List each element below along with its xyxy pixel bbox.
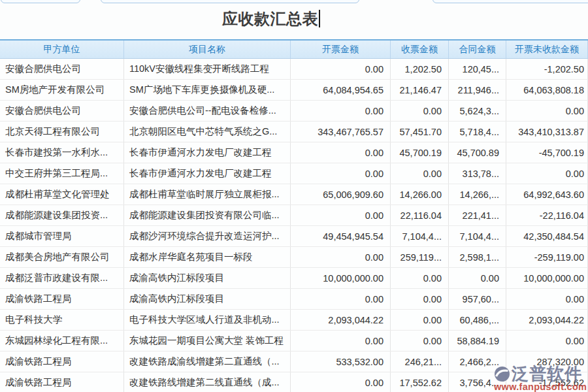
cell-project-name: 成渝高铁内江标段项目 bbox=[124, 289, 291, 309]
column-header-party-a[interactable]: 甲方单位 bbox=[0, 41, 124, 58]
cell-project-name: 北京朝阳区电气中芯特气系统之G... bbox=[124, 122, 291, 142]
cell-project-name: 长春市伊通河水力发电厂改建工程 bbox=[124, 142, 291, 163]
table-row[interactable]: 成渝铁路工程局改建铁路成渝线增建第二直通线（...533,532.00246,2… bbox=[0, 351, 588, 372]
cell-contract-amount: 3,756,4... bbox=[449, 372, 506, 392]
cell-contract-amount: 5,624,3... bbox=[449, 101, 506, 121]
cell-contract-amount: 313,78... bbox=[449, 163, 506, 184]
cell-party-a: 东城园林绿化工程有限... bbox=[0, 331, 124, 351]
cell-project-name: 110kV安徽线程集变开断线路工程 bbox=[124, 59, 291, 79]
title-band: 应收款汇总表 bbox=[0, 0, 542, 38]
cell-contract-amount: 7,104,4... bbox=[449, 226, 506, 246]
cell-receipt-amount: 0.00 bbox=[391, 268, 449, 288]
cell-invoiced-amount: 0.00 bbox=[291, 247, 391, 267]
cell-party-a: 中交王府井第三工程局... bbox=[0, 163, 124, 184]
cell-party-a: 安徽合肥供电公司 bbox=[0, 101, 124, 121]
cell-invoiced-amount: 533,532.00 bbox=[291, 351, 391, 372]
cell-project-name: 电子科技大学区域人行道及非机动... bbox=[124, 310, 291, 330]
cell-invoiced-amount: 0.00 bbox=[291, 163, 391, 184]
table-row[interactable]: 成渝铁路工程局成渝高铁内江标段项目0.000.00957,60...0.00 bbox=[0, 289, 588, 310]
cell-invoiced-unpaid-amount: -17,552.62 bbox=[506, 372, 588, 392]
cell-project-name: 安徽合肥供电公司--配电设备检修... bbox=[124, 101, 291, 121]
cell-party-a: 成都美合房地产有限公司 bbox=[0, 247, 124, 267]
table-row[interactable]: 成都杜甫草堂文化管理处成都杜甫草堂临时展厅独立展柜报...65,006,909.… bbox=[0, 184, 588, 205]
cell-project-name: 成都杜甫草堂临时展厅独立展柜报... bbox=[124, 184, 291, 204]
cell-invoiced-unpaid-amount: -259,119.00 bbox=[506, 247, 588, 267]
cell-contract-amount: 2,598,1... bbox=[449, 247, 506, 267]
table-row[interactable]: 安徽合肥供电公司110kV安徽线程集变开断线路工程0.001,202.50120… bbox=[0, 59, 588, 80]
cell-contract-amount: 58,884.19 bbox=[449, 331, 506, 351]
cell-party-a: 电子科技大学 bbox=[0, 310, 124, 330]
cell-receipt-amount: 0.00 bbox=[391, 289, 449, 309]
table-row[interactable]: 中交王府井第三工程局...长春市伊通河水力发电厂改建工程0.000.00313,… bbox=[0, 163, 588, 184]
table-row[interactable]: 成都泛普市政建设有限...成渝高铁内江标段项目10,000,000.000.00… bbox=[0, 268, 588, 289]
cell-project-name: 成都能源建设集团投资有限公司临... bbox=[124, 205, 291, 225]
column-header-invoiced-amount[interactable]: 开票金额 bbox=[291, 41, 391, 58]
cell-receipt-amount: 14,266.00 bbox=[391, 184, 449, 204]
cell-receipt-amount: 0.00 bbox=[391, 310, 449, 330]
cell-party-a: 成渝铁路工程局 bbox=[0, 289, 124, 309]
cell-project-name: 改建铁路成渝线增建第二直通线（... bbox=[124, 351, 291, 372]
cell-invoiced-amount: 0.00 bbox=[291, 59, 391, 79]
receivables-summary-table: 甲方单位项目名称开票金额收票金额合同金额开票未收款金额 安徽合肥供电公司110k… bbox=[0, 39, 588, 392]
cell-invoiced-amount: 343,467,765.57 bbox=[291, 122, 391, 142]
cell-party-a: 安徽合肥供电公司 bbox=[0, 59, 124, 79]
cell-receipt-amount: 259,119... bbox=[391, 247, 449, 267]
cell-invoiced-amount: 0.00 bbox=[291, 205, 391, 225]
cell-receipt-amount: 7,104,4... bbox=[391, 226, 449, 246]
cell-contract-amount: 60,486,... bbox=[449, 310, 506, 330]
cell-receipt-amount: 0.00 bbox=[391, 163, 449, 184]
cell-party-a: 成都城市管理局 bbox=[0, 226, 124, 246]
cell-invoiced-amount: 0.00 bbox=[291, 372, 391, 392]
cell-invoiced-unpaid-amount: -45,700.19 bbox=[506, 142, 588, 163]
cell-invoiced-unpaid-amount: 64,992,643.60 bbox=[506, 184, 588, 204]
table-row[interactable]: SM房地产开发有限公司SM广场地下车库更换摄像机及硬...64,084,954.… bbox=[0, 80, 588, 101]
column-header-project-name[interactable]: 项目名称 bbox=[124, 41, 291, 58]
cell-party-a: 成渝铁路工程局 bbox=[0, 372, 124, 392]
cell-invoiced-unpaid-amount: 64,063,808.18 bbox=[506, 80, 588, 100]
cell-invoiced-amount: 49,454,945.54 bbox=[291, 226, 391, 246]
cell-invoiced-amount: 10,000,000.00 bbox=[291, 268, 391, 288]
cell-party-a: 成都泛普市政建设有限... bbox=[0, 268, 124, 288]
cell-project-name: 成渝高铁内江标段项目 bbox=[124, 268, 291, 288]
table-row[interactable]: 成都城市管理局成都沙河环境综合提升改造运河护...49,454,945.547,… bbox=[0, 226, 588, 247]
cell-invoiced-unpaid-amount: -1,202.50 bbox=[506, 59, 588, 79]
cell-invoiced-amount: 0.00 bbox=[291, 142, 391, 163]
cell-project-name: 长春市伊通河水力发电厂改建工程 bbox=[124, 163, 291, 184]
table-row[interactable]: 安徽合肥供电公司安徽合肥供电公司--配电设备检修...0.000.005,624… bbox=[0, 101, 588, 122]
cell-receipt-amount: 22,116.04 bbox=[391, 205, 449, 225]
cell-contract-amount: 221,41... bbox=[449, 205, 506, 225]
table-header-row: 甲方单位项目名称开票金额收票金额合同金额开票未收款金额 bbox=[0, 41, 588, 59]
cell-receipt-amount: 1,202.50 bbox=[391, 59, 449, 79]
column-header-contract-amount[interactable]: 合同金额 bbox=[449, 41, 506, 58]
cell-contract-amount: 2,466,2... bbox=[449, 351, 506, 372]
table-row[interactable]: 长春市建投第一水利水...长春市伊通河水力发电厂改建工程0.0045,700.1… bbox=[0, 142, 588, 163]
report-title-input[interactable]: 应收款汇总表 bbox=[222, 10, 318, 27]
cell-invoiced-amount: 2,093,044.22 bbox=[291, 310, 391, 330]
column-header-invoiced-unpaid-amount[interactable]: 开票未收款金额 bbox=[506, 41, 588, 58]
table-row[interactable]: 北京天得工程有限公司北京朝阳区电气中芯特气系统之G...343,467,765.… bbox=[0, 122, 588, 142]
cell-receipt-amount: 0.00 bbox=[391, 331, 449, 351]
cell-party-a: 成都能源建设集团投资... bbox=[0, 205, 124, 225]
cell-party-a: 成都杜甫草堂文化管理处 bbox=[0, 184, 124, 204]
cell-party-a: 长春市建投第一水利水... bbox=[0, 142, 124, 163]
table-row[interactable]: 成渝铁路工程局改建铁路线增建第二线直通线（成...0.0017,552.623,… bbox=[0, 372, 588, 392]
cell-contract-amount: 120,45... bbox=[449, 59, 506, 79]
cell-invoiced-amount: 0.00 bbox=[291, 289, 391, 309]
cell-project-name: 成都水岸华庭名苑项目一标段 bbox=[124, 247, 291, 267]
table-body: 安徽合肥供电公司110kV安徽线程集变开断线路工程0.001,202.50120… bbox=[0, 59, 588, 392]
cell-invoiced-amount: 0.00 bbox=[291, 331, 391, 351]
cell-receipt-amount: 246,21... bbox=[391, 351, 449, 372]
cell-receipt-amount: 21,146.47 bbox=[391, 80, 449, 100]
cell-invoiced-unpaid-amount: 0.00 bbox=[506, 289, 588, 309]
column-header-receipt-amount[interactable]: 收票金额 bbox=[391, 41, 449, 58]
cell-project-name: 成都沙河环境综合提升改造运河护... bbox=[124, 226, 291, 246]
cell-receipt-amount: 45,700.19 bbox=[391, 142, 449, 163]
cell-receipt-amount: 57,451.70 bbox=[391, 122, 449, 142]
table-row[interactable]: 电子科技大学电子科技大学区域人行道及非机动...2,093,044.220.00… bbox=[0, 310, 588, 331]
cell-invoiced-unpaid-amount: 0.00 bbox=[506, 331, 588, 351]
table-row[interactable]: 东城园林绿化工程有限...东城花园一期项目公寓大堂 装饰工程0.000.0058… bbox=[0, 331, 588, 351]
table-row[interactable]: 成都能源建设集团投资...成都能源建设集团投资有限公司临...0.0022,11… bbox=[0, 205, 588, 226]
cell-invoiced-unpaid-amount: 10,000,000.00 bbox=[506, 268, 588, 288]
cell-party-a: 成渝铁路工程局 bbox=[0, 351, 124, 372]
table-row[interactable]: 成都美合房地产有限公司成都水岸华庭名苑项目一标段0.00259,119...2,… bbox=[0, 247, 588, 268]
